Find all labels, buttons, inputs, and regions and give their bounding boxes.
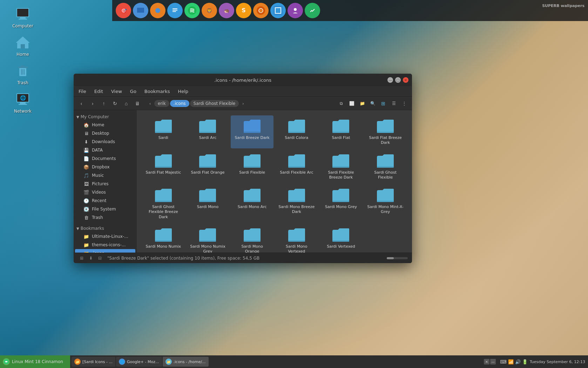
- folder-item[interactable]: Sardi Flat Orange: [187, 150, 229, 183]
- tray-keyboard-icon[interactable]: ⌨: [500, 359, 507, 364]
- sidebar-item-videos[interactable]: 🎬 Videos: [75, 188, 135, 196]
- fm-bc-next-button[interactable]: ›: [239, 99, 246, 108]
- topbar-app-spotify[interactable]: [184, 3, 200, 18]
- sidebar-item-downloads[interactable]: ⬇ Downloads: [75, 138, 135, 146]
- fm-menu-edit[interactable]: Edit: [93, 88, 104, 95]
- folder-item[interactable]: Sardi Mono Vertexed: [275, 224, 318, 253]
- folder-item[interactable]: Sardi Colora: [275, 115, 318, 148]
- sidebar-section-my-computer[interactable]: ▼ My Computer: [74, 113, 137, 121]
- topbar-app-s[interactable]: S: [236, 3, 251, 18]
- fm-new-tab-button[interactable]: ⧉: [336, 99, 346, 108]
- sidebar-item-recent[interactable]: 🕐 Recent: [75, 196, 135, 205]
- fm-home-button[interactable]: ⌂: [121, 99, 131, 108]
- fm-computer-button[interactable]: 🖥: [133, 99, 142, 108]
- fm-more-button[interactable]: ⋮: [399, 99, 409, 108]
- sidebar-item-trash[interactable]: 🗑 Trash: [75, 213, 135, 222]
- start-menu-button[interactable]: Linux Mint 18 Cinnamon: [0, 355, 70, 368]
- folder-item[interactable]: Sardi Flexible Arc: [275, 150, 318, 183]
- sidebar-item-pictures[interactable]: 🖼 Pictures: [75, 180, 135, 188]
- fm-menu-help[interactable]: Help: [176, 88, 190, 95]
- topbar-app-10[interactable]: [270, 3, 286, 18]
- folder-item[interactable]: Sardi Flexible Breeze Dark: [320, 150, 363, 183]
- folder-item[interactable]: Sardi Mono Grey: [320, 185, 363, 222]
- sidebar-item-doticons[interactable]: 📁 .icons: [75, 249, 135, 253]
- topbar-app-9[interactable]: [253, 3, 269, 18]
- folder-item[interactable]: Sardi Breeze Dark: [231, 115, 273, 148]
- taskbar-item-2[interactable]: 🌐 Google+ - Moz...: [116, 357, 162, 367]
- folder-item[interactable]: Sardi Ghost Flexible: [364, 150, 407, 183]
- desktop-icon-network[interactable]: 🌐 Network: [7, 89, 39, 115]
- tray-network-icon[interactable]: 📶: [508, 359, 514, 364]
- folder-icon: [243, 227, 261, 242]
- fm-up-button[interactable]: ↑: [99, 99, 109, 108]
- desktop-icon-computer[interactable]: Computer: [7, 4, 39, 30]
- taskbar-item-3[interactable]: 📁 .icons - /home/...: [163, 357, 209, 367]
- fm-status-icon-3[interactable]: ⊟: [96, 254, 104, 262]
- folder-item[interactable]: Sardi: [142, 115, 185, 148]
- fm-list-view-button[interactable]: ☰: [389, 99, 399, 108]
- sidebar-item-ultimate-linux[interactable]: 📁 Ultimate-Linux-...: [75, 232, 135, 241]
- topbar-app-7[interactable]: 🦔: [219, 3, 234, 18]
- fm-forward-button[interactable]: ›: [88, 99, 97, 108]
- sidebar-item-dropbox[interactable]: 📦 Dropbox: [75, 163, 135, 171]
- fm-bc-prev-button[interactable]: ‹: [147, 99, 154, 108]
- fm-menu-file[interactable]: File: [77, 88, 88, 95]
- folder-item[interactable]: Sardi Mono Arc: [231, 185, 273, 222]
- folder-item[interactable]: Sardi Ghost Flexible Breeze Dark: [142, 185, 185, 222]
- folder-item[interactable]: Sardi Flexible: [231, 150, 273, 183]
- desktop-icon-home[interactable]: Home: [7, 32, 39, 59]
- sidebar-item-data[interactable]: 💾 DATA: [75, 146, 135, 154]
- taskbar-minimize-icon[interactable]: —: [490, 359, 496, 364]
- fm-split-button[interactable]: ⬜: [347, 99, 357, 108]
- topbar-app-6[interactable]: 🦁: [202, 3, 217, 18]
- sidebar-section-bookmarks[interactable]: ▼ Bookmarks: [74, 225, 137, 232]
- fm-menu-view[interactable]: View: [110, 88, 123, 95]
- topbar-app-1[interactable]: 🎯: [116, 3, 131, 18]
- folder-item[interactable]: Sardi Vertexed: [320, 224, 363, 253]
- fm-close-button[interactable]: ✕: [403, 77, 408, 83]
- taskbar-close-icon[interactable]: ✕: [484, 359, 489, 364]
- folder-item[interactable]: Sardi Flat: [320, 115, 363, 148]
- tray-volume-icon[interactable]: 🔊: [515, 359, 521, 364]
- folder-item[interactable]: Sardi Flat Majestic: [142, 150, 185, 183]
- taskbar-item-1[interactable]: 📁 [Sardi Icons - ...: [72, 357, 115, 367]
- fm-back-button[interactable]: ‹: [76, 99, 86, 108]
- fm-reload-button[interactable]: ↻: [110, 99, 120, 108]
- sidebar-item-home[interactable]: 🏠 Home: [75, 121, 135, 129]
- fm-scrollbar[interactable]: [387, 257, 408, 259]
- sidebar-pictures-label: Pictures: [92, 181, 109, 186]
- folder-item[interactable]: Sardi Mono: [187, 185, 229, 222]
- fm-status-icon-1[interactable]: ⊞: [78, 254, 86, 262]
- fm-maximize-button[interactable]: □: [395, 77, 401, 83]
- topbar-app-11[interactable]: [288, 3, 303, 18]
- fm-menu-go[interactable]: Go: [129, 88, 138, 95]
- folder-item[interactable]: Sardi Flat Breeze Dark: [364, 115, 407, 148]
- system-clock[interactable]: Tuesday September 6, 12:13: [530, 360, 585, 364]
- topbar-app-2[interactable]: [133, 3, 148, 18]
- fm-search-button[interactable]: 🔍: [368, 99, 378, 108]
- fm-bc-sardi[interactable]: Sardi Ghost Flexible: [190, 100, 239, 107]
- sidebar-item-filesystem[interactable]: 💽 File System: [75, 205, 135, 213]
- sidebar-item-music[interactable]: 🎵 Music: [75, 171, 135, 180]
- sidebar-item-documents[interactable]: 📄 Documents: [75, 154, 135, 163]
- fm-status-icon-2[interactable]: ⬇: [87, 254, 95, 262]
- folder-item[interactable]: Sardi Mono Numix Grey: [187, 224, 229, 253]
- fm-grid-view-button[interactable]: ⊞: [378, 99, 388, 108]
- desktop-icon-trash[interactable]: Trash: [7, 60, 39, 87]
- fm-menu-bookmarks[interactable]: Bookmarks: [143, 88, 171, 95]
- folder-item[interactable]: Sardi Mono Breeze Dark: [275, 185, 318, 222]
- topbar-app-text[interactable]: [167, 3, 183, 18]
- fm-bc-home[interactable]: erik: [154, 100, 169, 107]
- fm-bc-icons[interactable]: .icons: [170, 100, 189, 107]
- sidebar-item-themes-icons[interactable]: 📁 themes-icons-...: [75, 241, 135, 249]
- fm-minimize-button[interactable]: —: [387, 77, 393, 83]
- topbar-app-firefox[interactable]: [150, 3, 165, 18]
- tray-battery-icon[interactable]: 🔋: [522, 359, 528, 364]
- folder-item[interactable]: Sardi Mono Mint-X-Grey: [364, 185, 407, 222]
- folder-item[interactable]: Sardi Mono Numix: [142, 224, 185, 253]
- topbar-app-12[interactable]: [305, 3, 320, 18]
- sidebar-item-desktop[interactable]: 🖥 Desktop: [75, 129, 135, 138]
- folder-item[interactable]: Sardi Arc: [187, 115, 229, 148]
- folder-item[interactable]: Sardi Mono Orange: [231, 224, 273, 253]
- fm-folder-button[interactable]: 📁: [357, 99, 367, 108]
